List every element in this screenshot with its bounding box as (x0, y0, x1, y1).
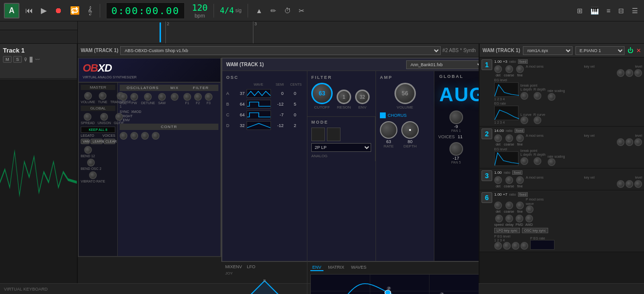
reson-knob[interactable]: 1 (337, 90, 351, 104)
play-button[interactable]: ▶ (39, 4, 49, 17)
slot3-amod-knob[interactable] (617, 180, 625, 188)
slot1-ldepth-knob[interactable] (520, 92, 528, 100)
slot2-keyvel-knob[interactable] (626, 138, 633, 146)
osc-key-sync[interactable]: OSC key sync (522, 228, 548, 233)
chorus-toggle[interactable] (380, 112, 386, 118)
wave-preview-b[interactable] (247, 100, 271, 109)
slot6-pmd-knob[interactable] (516, 215, 523, 222)
slot3-level-knob[interactable] (634, 180, 642, 188)
tab-env[interactable]: ENV (310, 264, 323, 271)
mixer-icon[interactable]: ⊞ (575, 7, 585, 15)
filter-knob1[interactable] (183, 93, 191, 101)
slot2-fine-knob[interactable] (516, 134, 524, 142)
slot2-det-knob[interactable] (494, 134, 502, 142)
clear-button[interactable]: CLEAR (104, 139, 115, 144)
ctrl-knob3[interactable] (141, 132, 149, 140)
slot6-wave-knob[interactable] (526, 205, 534, 213)
virtual-keyboard-bar[interactable]: VIRTUAL KEYBOARD (479, 283, 644, 294)
osc1-knob[interactable] (120, 93, 127, 101)
list-icon[interactable]: ☰ (630, 7, 640, 15)
wave-preview-d[interactable] (247, 121, 271, 130)
cutoff-knob[interactable]: 63 (311, 83, 333, 104)
lfo-key-sync[interactable]: LFO key sync (494, 228, 520, 233)
slot2-level-knob[interactable] (634, 138, 642, 146)
slot6-fine-knob[interactable] (516, 202, 524, 209)
close-right-icon[interactable]: ✕ (636, 47, 641, 54)
wave-preview-a[interactable] (247, 89, 271, 98)
clock-tool[interactable]: ⏱ (282, 7, 293, 15)
epiano-select[interactable]: E.PIANO 1 (575, 46, 625, 55)
lfo-tab[interactable]: LFO (247, 264, 256, 269)
bendosc2-knob[interactable] (87, 159, 95, 166)
rate-chorus-knob[interactable] (380, 121, 397, 139)
record-button[interactable]: ⏺ (53, 4, 64, 17)
mute-button[interactable]: M (3, 56, 12, 63)
eq-icon[interactable]: ≡ (605, 7, 612, 15)
slot1-amod-knob[interactable] (617, 69, 625, 77)
bend12-knob[interactable] (84, 146, 92, 154)
slot2-ratescale-knob[interactable] (548, 158, 555, 166)
rewind-button[interactable]: ⏮ (23, 4, 35, 17)
slot3-keyvel-knob[interactable] (626, 180, 633, 188)
select-tool[interactable]: ▲ (254, 7, 265, 15)
ctrl-knob4[interactable] (152, 132, 160, 140)
slot6-peg-l1[interactable] (494, 242, 502, 250)
slot6-peg-l2[interactable] (503, 242, 511, 250)
pw-knob[interactable] (130, 93, 138, 101)
slot6-delay-knob[interactable] (505, 215, 513, 222)
scissors-tool[interactable]: ✂ (297, 7, 306, 15)
pan1-knob[interactable] (449, 110, 463, 124)
slot2-ldepth-knob[interactable] (520, 157, 528, 165)
filter-knob3[interactable] (205, 93, 213, 101)
slot2-coarse-knob[interactable] (505, 134, 513, 142)
ctrl-knob2[interactable] (130, 132, 138, 140)
power-right-icon[interactable]: ⏻ (627, 47, 633, 54)
mix-knob[interactable] (171, 93, 179, 101)
preset-select[interactable]: ABS-OBXD-Custom Shop v1.fxb (120, 46, 440, 55)
slot6-amd-knob[interactable] (525, 215, 533, 222)
piano-icon[interactable]: 🎹 (589, 7, 601, 15)
slot3-det-knob[interactable] (494, 176, 502, 184)
rom-select[interactable]: rom1A.syx (523, 46, 572, 55)
learn-button[interactable]: LEARN (90, 139, 102, 144)
volume-knob[interactable]: 56 (394, 83, 416, 104)
unison-knob[interactable] (100, 113, 108, 121)
env-filter-knob[interactable]: 32 (355, 90, 370, 104)
slot1-lcurve-knob[interactable] (520, 116, 528, 124)
slot1-fine-knob[interactable] (516, 65, 524, 73)
tune-knob[interactable] (99, 92, 107, 100)
metronome-button[interactable]: 𝄞 (86, 4, 94, 17)
slot6-peg-l4[interactable] (520, 242, 528, 250)
slot6-coarse-knob[interactable] (505, 202, 513, 209)
mode-button1[interactable] (311, 128, 325, 141)
spread-knob[interactable] (84, 113, 91, 121)
vam-button[interactable]: VAM (81, 139, 89, 144)
pencil-tool[interactable]: ✏ (268, 7, 278, 15)
env-curve[interactable]: ① ② ③ ④ 0 (310, 274, 479, 294)
slot1-level-knob[interactable] (634, 69, 642, 77)
mode-button2[interactable] (327, 128, 340, 141)
slot1-keyvel-knob[interactable] (626, 69, 633, 77)
slot1-rcurve-knob[interactable] (534, 116, 541, 124)
ctrl-knob1[interactable] (120, 132, 127, 140)
slot6-det-knob[interactable] (494, 202, 502, 209)
slot1-coarse-knob[interactable] (505, 65, 513, 73)
slot3-coarse-knob[interactable] (505, 176, 513, 184)
tab-waves[interactable]: WAVES (349, 264, 369, 271)
depth-chorus-knob[interactable] (401, 121, 419, 139)
grid-icon[interactable]: ⊟ (616, 7, 626, 15)
loop-button[interactable]: 🔁 (68, 4, 82, 17)
slot1-rdepth-knob[interactable] (534, 92, 541, 100)
mode-select[interactable]: 2P LP (311, 143, 371, 152)
saw-knob[interactable] (158, 93, 166, 101)
slot3-fine-knob[interactable] (516, 176, 524, 184)
slot1-det-knob[interactable] (494, 65, 502, 73)
slot6-speed-knob[interactable] (495, 215, 503, 222)
diamond-joystick[interactable]: B A C 0 ① ② ③ (243, 277, 286, 294)
slot1-ratescale-knob[interactable] (548, 93, 555, 101)
glide-knob[interactable] (115, 113, 123, 121)
slot2-rdepth-knob[interactable] (534, 157, 541, 165)
wave-preview-c[interactable] (247, 110, 271, 119)
tab-matrix[interactable]: MATRIX (326, 264, 346, 271)
slot6-peg-l3[interactable] (512, 242, 519, 250)
